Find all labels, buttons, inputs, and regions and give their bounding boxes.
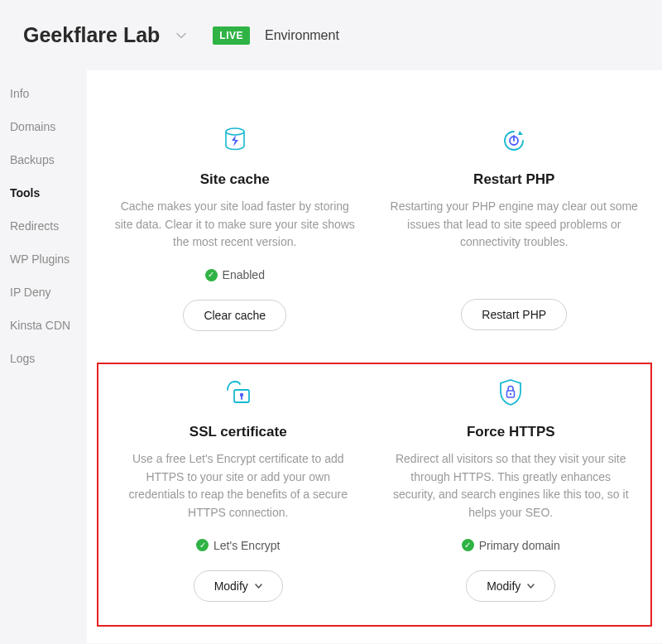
- restart-php-button[interactable]: Restart PHP: [461, 299, 567, 330]
- check-icon: ✓: [205, 269, 218, 281]
- button-label: Clear cache: [204, 309, 266, 322]
- sidebar-item-info[interactable]: Info: [10, 87, 87, 100]
- button-label: Modify: [487, 579, 520, 593]
- sidebar-item-redirects[interactable]: Redirects: [10, 219, 87, 233]
- card-force-https: Force HTTPS Redirect all visitors so tha…: [375, 364, 648, 625]
- card-title: Site cache: [200, 171, 270, 188]
- site-switcher-chevron-icon[interactable]: [176, 30, 186, 41]
- site-title: Geekflare Lab: [23, 23, 160, 47]
- modify-https-button[interactable]: Modify: [466, 570, 555, 602]
- modify-ssl-button[interactable]: Modify: [194, 570, 283, 602]
- card-ssl-certificate: SSL certificate Use a free Let's Encrypt…: [102, 364, 375, 625]
- main-panel: Site cache Cache makes your site load fa…: [87, 70, 662, 643]
- card-description: Cache makes your site load faster by sto…: [110, 198, 360, 252]
- status-text: Primary domain: [479, 539, 560, 552]
- status-lets-encrypt: ✓ Let's Encrypt: [196, 539, 281, 552]
- svg-point-7: [510, 393, 511, 395]
- svg-point-0: [226, 128, 244, 135]
- chevron-down-icon: [527, 581, 535, 590]
- card-title: Restart PHP: [473, 171, 554, 188]
- header: Geekflare Lab LIVE Environment: [0, 0, 662, 70]
- clear-cache-button[interactable]: Clear cache: [183, 300, 286, 331]
- unlock-icon: [223, 376, 254, 409]
- card-restart-php: Restart PHP Restarting your PHP engine m…: [375, 112, 655, 354]
- button-label: Restart PHP: [482, 308, 546, 321]
- card-title: SSL certificate: [189, 424, 287, 440]
- sidebar: Info Domains Backups Tools Redirects WP …: [0, 70, 87, 643]
- card-site-cache: Site cache Cache makes your site load fa…: [95, 112, 375, 354]
- shield-lock-icon: [497, 376, 524, 409]
- card-description: Restarting your PHP engine may clear out…: [390, 198, 640, 252]
- check-icon: ✓: [196, 539, 209, 551]
- tools-row-1: Site cache Cache makes your site load fa…: [92, 112, 657, 354]
- environment-label: Environment: [265, 28, 339, 43]
- card-description: Use a free Let's Encrypt certificate to …: [117, 450, 360, 522]
- sidebar-item-kinsta-cdn[interactable]: Kinsta CDN: [10, 319, 87, 332]
- live-badge: LIVE: [213, 26, 250, 45]
- button-label: Modify: [214, 579, 248, 593]
- status-text: Let's Encrypt: [213, 539, 281, 552]
- status-text: Enabled: [223, 268, 265, 281]
- sidebar-item-backups[interactable]: Backups: [10, 153, 87, 166]
- sidebar-item-ip-deny[interactable]: IP Deny: [10, 286, 87, 299]
- status-primary-domain: ✓ Primary domain: [462, 539, 560, 552]
- restart-icon: [500, 123, 528, 156]
- database-bolt-icon: [221, 123, 249, 156]
- sidebar-item-tools[interactable]: Tools: [10, 186, 87, 199]
- card-title: Force HTTPS: [467, 424, 555, 440]
- sidebar-item-domains[interactable]: Domains: [10, 120, 87, 133]
- chevron-down-icon: [255, 581, 262, 590]
- check-icon: ✓: [462, 539, 474, 551]
- card-description: Redirect all visitors so that they visit…: [390, 450, 633, 522]
- status-enabled: ✓ Enabled: [205, 268, 265, 281]
- sidebar-item-wp-plugins[interactable]: WP Plugins: [10, 252, 87, 266]
- tools-row-2-highlighted: SSL certificate Use a free Let's Encrypt…: [97, 363, 652, 627]
- sidebar-item-logs[interactable]: Logs: [10, 352, 87, 365]
